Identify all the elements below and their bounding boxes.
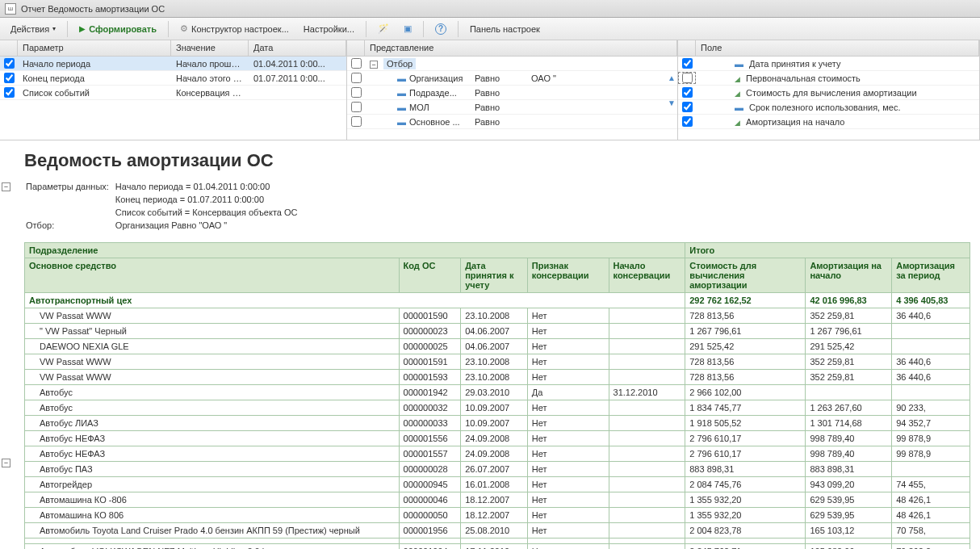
field-checkbox[interactable] (682, 58, 693, 69)
field-row[interactable]: ▬ Дата принятия к учету (678, 57, 979, 71)
table-row[interactable]: Автобус ЛИАЗ 000000033 10.09.2007 Нет 1 … (25, 416, 970, 431)
filter-cond: Равно (470, 87, 526, 98)
cell-date: 24.09.2008 (461, 431, 528, 446)
filter-field: МОЛ (409, 103, 429, 112)
table-row[interactable]: Автомашина КО -806 000000046 18.12.2007 … (25, 492, 970, 508)
table-row[interactable]: " VW Passat" Черный 000000023 04.06.2007… (25, 324, 970, 339)
scroll-down-icon[interactable]: ▼ (668, 98, 676, 107)
cell-amstart: 165 103,12 (806, 523, 892, 539)
filter-row[interactable]: ▬Организация Равно ОАО " (347, 71, 677, 86)
table-row[interactable]: Автомобиль Toyota Land Cruiser Prado 4.0… (25, 523, 970, 539)
toolbar: Действия▾ ▶ Сформировать ⚙ Конструктор н… (0, 18, 980, 40)
param-row[interactable]: Список событий Консервация объекта ОС (0, 86, 346, 100)
hdr-date: Дата принятия к учету (461, 258, 528, 293)
cell-date: 29.03.2010 (461, 385, 528, 400)
filter-checkbox[interactable] (351, 87, 362, 98)
constructor-button[interactable]: ⚙ Конструктор настроек... (174, 21, 295, 36)
table-row[interactable]: Автобус НЕФАЗ 000001556 24.09.2008 Нет 2… (25, 431, 970, 446)
cell-cost: 2 796 610,17 (685, 431, 806, 446)
settings-button[interactable]: Настройки... (298, 22, 360, 36)
cell-amstart: 629 539,95 (806, 508, 892, 523)
param-line: Список событий = Консервация объекта ОС (115, 207, 303, 218)
table-row[interactable]: Автобус ПАЗ 000000028 26.07.2007 Нет 883… (25, 462, 970, 477)
filter-checkbox[interactable] (351, 102, 362, 112)
filter-checkbox[interactable] (351, 73, 362, 83)
wizard-icon-button[interactable]: 🪄 (372, 21, 395, 36)
field-row[interactable]: ◢ Первоначальная стоимость (678, 71, 979, 86)
cell-amper: 70 758, (892, 523, 970, 539)
table-row[interactable]: Автомобиль VOLKSWAGEN NFZ Multivan Highl… (25, 544, 970, 550)
table-row[interactable]: Автобус НЕФАЗ 000001557 24.09.2008 Нет 2… (25, 446, 970, 462)
cell-flag: Нет (527, 492, 609, 508)
param-checkbox[interactable] (4, 87, 15, 98)
table-row[interactable]: DAEWOO NEXIA GLE 000000025 04.06.2007 Не… (25, 339, 970, 354)
data-table: Подразделение Итого Основное средство Ко… (24, 242, 970, 549)
table-row[interactable]: VW Passat WWW 000001591 23.10.2008 Нет 7… (25, 354, 970, 370)
filter-checkbox[interactable] (351, 116, 362, 127)
field-label: Дата принятия к учету (749, 59, 840, 69)
cell-amstart: 1 301 714,68 (806, 416, 892, 431)
scroll-up-icon[interactable]: ▲ (668, 73, 676, 82)
cell-name: Автомашина КО -806 (25, 492, 400, 508)
cell-cost: 1 355 932,20 (685, 508, 806, 523)
table-row[interactable]: Автогрейдер 000000945 16.01.2008 Нет 2 0… (25, 477, 970, 492)
field-row[interactable]: ◢ Амортизация на начало (678, 115, 979, 129)
separator (458, 21, 459, 37)
help-button[interactable]: ? (429, 21, 452, 37)
filter-field: Основное ... (409, 117, 460, 127)
cell-code: 000000945 (399, 477, 461, 492)
cell-code: 000000025 (399, 339, 461, 354)
cell-start (609, 339, 685, 354)
param-date: 01.04.2011 0:00... (249, 58, 346, 69)
cell-flag: Нет (527, 477, 609, 492)
collapse-report-icon[interactable]: − (2, 182, 10, 191)
param-date (249, 92, 346, 94)
param-value: Консервация объекта ОС (171, 87, 249, 98)
bullet-icon: ▬ (735, 59, 743, 69)
cell-flag: Нет (527, 523, 609, 539)
cell-name: Автогрейдер (25, 477, 400, 492)
gear-icon: ⚙ (180, 23, 188, 34)
cell-amper (892, 539, 970, 544)
cell-amper: 79 262,2 (892, 544, 970, 550)
field-row[interactable]: ▬ Срок полезного использования, мес. (678, 100, 979, 115)
field-checkbox[interactable] (682, 87, 693, 98)
field-checkbox[interactable] (682, 116, 693, 127)
title-bar: ш Отчет Ведомость амортизации ОС (0, 0, 980, 18)
filter-row[interactable]: ▬Подразде... Равно (347, 86, 677, 100)
panel-button[interactable]: Панель настроек (464, 22, 546, 36)
table-row[interactable]: Автомашина КО 806 000000050 18.12.2007 Н… (25, 508, 970, 523)
field-checkbox[interactable] (682, 73, 693, 83)
param-checkbox[interactable] (4, 58, 15, 69)
table-row[interactable]: VW Passat WWW 000001593 23.10.2008 Нет 7… (25, 370, 970, 385)
field-label: Амортизация на начало (746, 117, 844, 127)
param-row[interactable]: Конец периода Начало этого к... 01.07.20… (0, 71, 346, 86)
cell-name: Автобус НЕФАЗ (25, 446, 400, 462)
filter-row[interactable]: ▬Основное ... Равно (347, 115, 677, 129)
cell-code: 000001994 (399, 544, 461, 550)
collapse-icon[interactable]: − (370, 61, 378, 69)
field-checkbox[interactable] (682, 102, 693, 112)
table-row[interactable]: Автобус 000000032 10.09.2007 Нет 1 834 7… (25, 400, 970, 416)
filter-root[interactable]: − Отбор (347, 57, 677, 71)
group-row[interactable]: Автотранспортный цех 292 762 162,52 42 0… (25, 293, 970, 308)
table-row[interactable] (25, 539, 970, 544)
field-row[interactable]: ◢ Стоимость для вычисления амортизации (678, 86, 979, 100)
form-button[interactable]: ▶ Сформировать (73, 22, 162, 36)
actions-menu[interactable]: Действия▾ (5, 22, 61, 36)
separator (67, 21, 68, 37)
cell-date (461, 539, 528, 544)
cell-code: 000001557 (399, 446, 461, 462)
filter-root-label: Отбор (383, 58, 416, 69)
param-row[interactable]: Начало периода Начало прошло... 01.04.20… (0, 57, 346, 71)
table-row[interactable]: VW Passat WWW 000001590 23.10.2008 Нет 7… (25, 308, 970, 324)
hdr-code: Код ОС (399, 258, 461, 293)
save-icon-button[interactable]: ▣ (398, 21, 417, 36)
wizard-icon: 🪄 (378, 23, 389, 34)
cell-amper: 36 440,6 (892, 308, 970, 324)
collapse-group-icon[interactable]: − (2, 459, 10, 467)
param-checkbox[interactable] (4, 73, 15, 83)
cell-amper: 48 426,1 (892, 508, 970, 523)
table-row[interactable]: Автобус 000001942 29.03.2010 Да 31.12.20… (25, 385, 970, 400)
filter-row[interactable]: ▬МОЛ Равно (347, 100, 677, 115)
